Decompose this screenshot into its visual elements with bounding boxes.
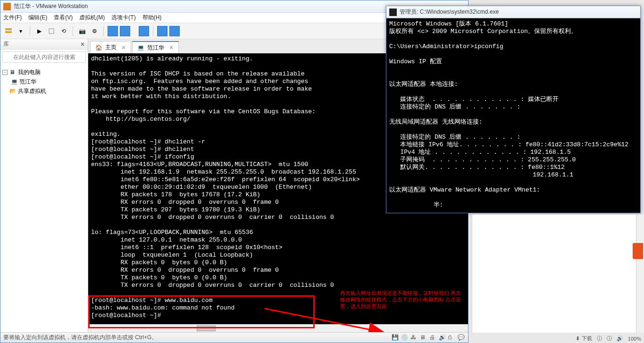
library-search-input[interactable] xyxy=(2,51,86,63)
cmd-output[interactable]: Microsoft Windows [版本 6.1.7601] 版权所有 <c>… xyxy=(386,18,640,211)
close-icon[interactable]: ✕ xyxy=(80,41,85,48)
right-panel xyxy=(472,215,644,333)
vmware-title-text: 范江华 - VMware Workstation xyxy=(14,2,88,10)
side-badge[interactable] xyxy=(633,243,643,259)
svg-rect-2 xyxy=(49,29,54,33)
status-hdd-icon[interactable]: 💾 xyxy=(392,334,399,342)
status-sound-icon[interactable]: 🔊 xyxy=(439,334,446,342)
system-tray: ⬇ 下载 ⓘ ⓘ 🔊 100% xyxy=(576,335,641,342)
tb-power-icon[interactable]: ▶ xyxy=(34,26,44,36)
horizontal-scrollbar[interactable] xyxy=(88,324,468,332)
tree-root[interactable]: −🖥我的电脑 xyxy=(2,67,86,77)
library-panel: 库✕ −🖥我的电脑 💻范江华 📂共享虚拟机 xyxy=(0,39,88,332)
scrollbar-thumb[interactable] xyxy=(197,326,216,331)
tab-vm[interactable]: 💻范江华✕ xyxy=(132,41,179,53)
library-tree: −🖥我的电脑 💻范江华 📂共享虚拟机 xyxy=(0,65,88,99)
status-msg-icon[interactable]: 💬 xyxy=(458,334,465,342)
menu-help[interactable]: 帮助(H) xyxy=(142,14,162,22)
tb-suspend-icon[interactable] xyxy=(46,26,57,36)
vmware-statusbar: 要将输入定向到该虚拟机，请在虚拟机内部单击或按 Ctrl+G。 💾 💿 🖧 🖥 … xyxy=(0,332,468,343)
vmware-icon xyxy=(3,3,11,10)
cmd-title-text: 管理员: C:\Windows\system32\cmd.exe xyxy=(400,8,499,16)
status-monitor-icon[interactable]: 🖥 xyxy=(420,334,427,342)
tb-unity-icon[interactable] xyxy=(139,26,149,36)
annotation-text: 再次输入网址后发现还是不能链接，这时候我们 再次修改网络的链接模式，点击下方的小… xyxy=(340,290,463,310)
status-net-icon[interactable]: 🖧 xyxy=(410,334,418,342)
computer-icon: 🖥 xyxy=(9,69,16,75)
menu-tabs[interactable]: 选项卡(T) xyxy=(111,14,135,22)
menu-vm[interactable]: 虚拟机(M) xyxy=(79,14,105,22)
tree-shared[interactable]: 📂共享虚拟机 xyxy=(2,86,86,96)
status-text: 要将输入定向到该虚拟机，请在虚拟机内部单击或按 Ctrl+G。 xyxy=(3,334,157,342)
cmd-titlebar[interactable]: 管理员: C:\Windows\system32\cmd.exe xyxy=(386,6,640,18)
tray-icon[interactable]: ⓘ xyxy=(597,335,602,342)
cmd-icon xyxy=(389,8,397,16)
tray-icon[interactable]: ⓘ xyxy=(607,335,612,342)
tb-snapshot-icon[interactable]: 📷 xyxy=(77,26,87,36)
home-icon: 🏠 xyxy=(95,44,102,51)
menu-view[interactable]: 查看(V) xyxy=(54,14,73,22)
tb-view1-icon[interactable] xyxy=(108,26,118,36)
download-indicator[interactable]: ⬇ 下载 xyxy=(576,335,592,342)
tb-reset-icon[interactable]: ⟲ xyxy=(59,26,69,36)
tb-fullscreen-icon[interactable] xyxy=(157,26,167,36)
status-cd-icon[interactable]: 💿 xyxy=(401,334,409,342)
library-header: 库✕ xyxy=(0,39,88,50)
menu-file[interactable]: 文件(F) xyxy=(3,14,22,22)
vm-icon: 💻 xyxy=(11,78,17,85)
collapse-icon[interactable]: − xyxy=(2,70,8,75)
vertical-scrollbar[interactable] xyxy=(636,215,644,333)
tab-home[interactable]: 🏠主页✕ xyxy=(90,41,131,53)
tb-library-icon[interactable] xyxy=(3,26,14,36)
tb-manage-icon[interactable]: ⚙ xyxy=(89,26,100,36)
volume-icon[interactable]: 🔊 xyxy=(617,335,623,342)
tree-vm-item[interactable]: 💻范江华 xyxy=(2,77,86,86)
tb-multimon-icon[interactable] xyxy=(169,26,180,36)
tb-view2-icon[interactable] xyxy=(120,26,130,36)
cmd-window[interactable]: 管理员: C:\Windows\system32\cmd.exe Microso… xyxy=(386,6,641,213)
menu-edit[interactable]: 编辑(E) xyxy=(28,14,47,22)
status-usb-icon[interactable]: ⎙ xyxy=(448,334,456,342)
shared-icon: 📂 xyxy=(9,88,16,94)
vm-tab-icon: 💻 xyxy=(137,44,144,51)
battery-pct[interactable]: 100% xyxy=(628,336,641,342)
close-tab-icon[interactable]: ✕ xyxy=(121,44,126,51)
svg-rect-1 xyxy=(5,31,12,33)
svg-rect-0 xyxy=(5,28,12,30)
close-tab-icon[interactable]: ✕ xyxy=(169,44,174,51)
status-print-icon[interactable]: 🖨 xyxy=(429,334,437,342)
tb-dropdown-icon[interactable]: ▾ xyxy=(16,26,26,36)
